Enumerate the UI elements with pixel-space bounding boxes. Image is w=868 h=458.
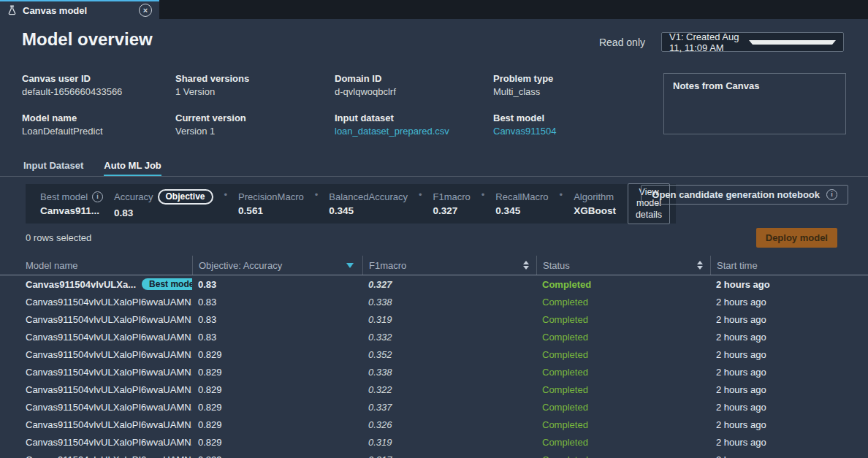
summary-metric-f1macro: F1macro 0.327 bbox=[433, 191, 471, 216]
meta-problem-type: Problem type Multi_class bbox=[493, 73, 663, 97]
info-icon[interactable]: i bbox=[92, 191, 103, 202]
table-row[interactable]: Canvas911504vIvULXaloPI6wvaUAMN... 0.829… bbox=[0, 433, 868, 451]
sort-updown-icon[interactable] bbox=[697, 261, 703, 270]
flask-icon bbox=[7, 5, 17, 15]
tab-input-dataset[interactable]: Input Dataset bbox=[23, 158, 83, 176]
separator-dot: • bbox=[315, 189, 319, 200]
column-objective-accuracy[interactable]: Objective: Accuracy bbox=[192, 256, 362, 275]
separator-dot: • bbox=[419, 189, 422, 200]
sort-updown-icon[interactable] bbox=[523, 261, 529, 270]
summary-metric-accuracy: Accuracy Objective 0.83 bbox=[114, 189, 213, 218]
meta-input-dataset: Input dataset loan_dataset_prepared.csv bbox=[335, 112, 493, 137]
table-row[interactable]: Canvas911504vIvULXaloPI6wvaUAMN... 0.829… bbox=[0, 346, 868, 363]
input-dataset-link[interactable]: loan_dataset_prepared.csv bbox=[335, 126, 493, 137]
page-title: Model overview bbox=[22, 29, 153, 50]
best-model-link[interactable]: Canvas911504 bbox=[493, 126, 663, 137]
meta-best-model: Best model Canvas911504 bbox=[493, 112, 663, 137]
table-row[interactable]: Canvas911504vIvULXaloPI6wvaUAMN... 0.83 … bbox=[0, 328, 868, 346]
column-model-name: Model name bbox=[0, 256, 192, 275]
meta-domain-id: Domain ID d-qvlqwoqbclrf bbox=[335, 73, 493, 97]
objective-badge: Objective bbox=[158, 189, 213, 205]
column-status[interactable]: Status bbox=[536, 256, 710, 275]
summary-best-model: Best model i Canvas911... bbox=[40, 191, 103, 216]
table-row[interactable]: Canvas911504vIvULXaloPI6wvaUAMN... 0.83 … bbox=[0, 293, 868, 310]
header-right: Read only V1: Created Aug 11, 11:09 AM bbox=[599, 32, 844, 52]
close-icon[interactable]: × bbox=[139, 4, 152, 17]
summary-metric-balancedaccuracy: BalancedAccuracy 0.345 bbox=[329, 191, 408, 216]
best-model-summary-bar: Best model i Canvas911... Accuracy Objec… bbox=[26, 184, 676, 224]
meta-model-name: Model name LoanDefaultPredict bbox=[22, 112, 175, 137]
separator-dot: • bbox=[481, 189, 485, 200]
version-select[interactable]: V1: Created Aug 11, 11:09 AM bbox=[661, 32, 844, 52]
sort-desc-icon[interactable] bbox=[346, 263, 354, 268]
summary-metric-recallmacro: RecallMacro 0.345 bbox=[495, 191, 548, 216]
candidates-table: Model name Objective: Accuracy F1macro S… bbox=[0, 256, 868, 458]
rows-selected-count: 0 rows selected bbox=[26, 232, 91, 243]
meta-canvas-user-id: Canvas user ID default-1656660433566 bbox=[22, 73, 175, 97]
tab-label: Canvas model bbox=[23, 5, 133, 16]
tab-auto-ml-job[interactable]: Auto ML Job bbox=[104, 158, 161, 176]
meta-shared-versions: Shared versions 1 Version bbox=[175, 73, 335, 97]
info-icon[interactable]: i bbox=[826, 189, 837, 200]
tab-canvas-model[interactable]: Canvas model × bbox=[0, 0, 159, 19]
meta-current-version: Current version Version 1 bbox=[175, 112, 335, 137]
table-row[interactable]: Canvas911504vIvULXa...Best model 0.83 0.… bbox=[0, 275, 868, 293]
column-f1macro[interactable]: F1macro bbox=[362, 256, 536, 275]
table-header: Model name Objective: Accuracy F1macro S… bbox=[0, 256, 868, 275]
section-tabs: Input Dataset Auto ML Job bbox=[0, 158, 868, 177]
summary-metric-precisionmacro: PrecisionMacro 0.561 bbox=[238, 191, 304, 216]
table-row[interactable]: Canvas911504vIvULXaloPI6wvaUAMN... 0.829… bbox=[0, 451, 868, 458]
notes-from-canvas-box: Notes from Canvas bbox=[663, 73, 846, 134]
summary-metric-algorithm: Algorithm XGBoost bbox=[574, 191, 616, 216]
table-row[interactable]: Canvas911504vIvULXaloPI6wvaUAMN... 0.829… bbox=[0, 363, 868, 381]
table-row[interactable]: Canvas911504vIvULXaloPI6wvaUAMN... 0.829… bbox=[0, 416, 868, 433]
read-only-label: Read only bbox=[599, 37, 645, 48]
column-start-time: Start time bbox=[710, 256, 868, 275]
best-model-badge: Best model bbox=[142, 278, 192, 290]
table-row[interactable]: Canvas911504vIvULXaloPI6wvaUAMN... 0.829… bbox=[0, 381, 868, 398]
separator-dot: • bbox=[224, 189, 228, 200]
table-row[interactable]: Canvas911504vIvULXaloPI6wvaUAMN... 0.83 … bbox=[0, 310, 868, 328]
separator-dot: • bbox=[560, 189, 563, 200]
caret-down-icon bbox=[749, 40, 836, 45]
model-metadata: Canvas user ID default-1656660433566 Sha… bbox=[22, 73, 663, 137]
window-tab-bar: Canvas model × bbox=[0, 0, 868, 19]
canvas-model-page: Canvas model × Model overview Read only … bbox=[0, 0, 868, 458]
table-row[interactable]: Canvas911504vIvULXaloPI6wvaUAMN... 0.829… bbox=[0, 398, 868, 416]
deploy-model-button[interactable]: Deploy model bbox=[756, 228, 837, 248]
version-select-value: V1: Created Aug 11, 11:09 AM bbox=[669, 31, 749, 53]
open-candidate-notebook-button[interactable]: Open candidate generation notebook i bbox=[641, 185, 848, 205]
